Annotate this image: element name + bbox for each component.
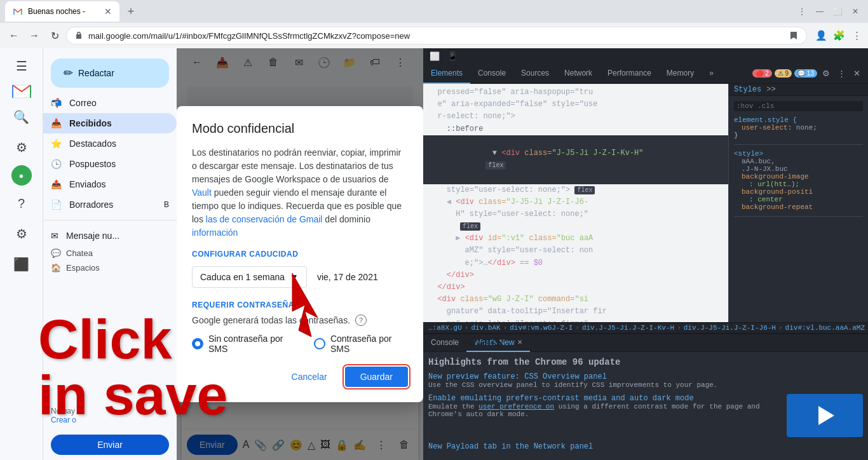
profile-icon[interactable]: 👤: [815, 29, 827, 42]
sidebar-item-destacados[interactable]: ⭐ Destacados: [43, 133, 177, 154]
highlight-link-3[interactable]: New Payload tab in the Network panel: [428, 442, 593, 451]
code-line-10[interactable]: ▶ <div id=":v1" class="buc aaA: [423, 233, 728, 245]
devtools-tab-network[interactable]: Network: [557, 64, 600, 84]
sidebar-item-recibidos[interactable]: 📥 Recibidos: [43, 113, 177, 133]
device-toggle-icon[interactable]: 📱: [446, 50, 459, 62]
youtube-thumbnail[interactable]: [787, 394, 863, 437]
code-line-9[interactable]: flex: [423, 220, 728, 233]
sidebar-item-pospuestos[interactable]: 🕒 Pospuestos: [43, 154, 177, 174]
tab-close-icon[interactable]: ✕: [104, 6, 112, 17]
styles-filter-input[interactable]: [734, 101, 863, 111]
devtools-icon[interactable]: ⋮: [794, 4, 810, 19]
hamburger-menu-icon[interactable]: ☰: [9, 53, 34, 79]
code-line-6[interactable]: style="user-select: none;"> flex: [423, 184, 728, 196]
sidebar-item-borradores[interactable]: 📄 Borradores B: [43, 194, 177, 215]
settings-icon[interactable]: ⚙: [9, 221, 34, 247]
more-button[interactable]: ⋮: [850, 29, 863, 42]
devtools-close-icon[interactable]: ✕: [850, 67, 863, 80]
devtools-tab-more[interactable]: »: [702, 64, 721, 84]
bottom-tab-whatsnew[interactable]: What's New ✕: [466, 334, 530, 352]
devtools-tab-memory[interactable]: Memory: [659, 64, 702, 84]
highlight-link-2[interactable]: Enable emulating prefers-contrast media …: [428, 394, 694, 403]
sidebar-item-enviados[interactable]: 📤 Enviados: [43, 174, 177, 194]
code-line-5[interactable]: ▼ <div class="J-J5-Ji J-Z-I-Kv-H" flex: [423, 135, 728, 184]
config-expiry-label: CONFIGURAR CADUCIDAD: [192, 250, 408, 259]
radio-sms-label: Contraseña por SMS: [330, 334, 408, 354]
help-icon[interactable]: ?: [355, 315, 367, 326]
devtools-bottom-panel: Console What's New ✕ Highlights from the…: [423, 333, 868, 460]
code-line-14[interactable]: </div>: [423, 281, 728, 294]
conservation-link[interactable]: las de conservación de Gmail: [206, 214, 323, 224]
section-chatea[interactable]: 💬 Chatea: [43, 246, 177, 260]
devtools-more-icon[interactable]: ⋮: [835, 67, 848, 80]
devtools-tab-performance[interactable]: Performance: [600, 64, 659, 84]
close-button[interactable]: ✕: [848, 4, 863, 19]
inspect-element-icon[interactable]: ⬜: [428, 50, 441, 62]
refresh-button[interactable]: ↻: [46, 27, 64, 44]
code-line-15[interactable]: <div class="wG J-Z-I" command="si: [423, 294, 728, 306]
account-avatar[interactable]: ●: [11, 165, 32, 186]
style-rule-style-tag: <style> aAA.buc, .J-N-JX.buc background-…: [734, 150, 863, 217]
minimize-button[interactable]: —: [812, 4, 827, 19]
devtools-tab-elements[interactable]: Elements: [423, 64, 470, 84]
devtools-settings-icon[interactable]: ⚙: [820, 67, 832, 80]
forward-button[interactable]: →: [25, 27, 43, 44]
vault-link[interactable]: Vault: [192, 187, 212, 198]
new-tab-button[interactable]: +: [122, 3, 140, 20]
error-count-badge: 🔴 2: [752, 69, 771, 78]
code-line-7[interactable]: ◀ <div class="J-J5-Ji J-Z-I-J6-: [423, 196, 728, 208]
bc-item-4[interactable]: div.J-J5-Ji.J-Z-I-Kv-H: [582, 324, 674, 332]
radio-no-sms[interactable]: Sin contraseña por SMS: [192, 334, 299, 354]
highlight-link-1[interactable]: New preview feature: CSS Overview panel: [428, 372, 607, 381]
back-button[interactable]: ←: [5, 27, 23, 44]
maximize-button[interactable]: ⬜: [830, 4, 845, 19]
expiry-select[interactable]: Caduca en 1 semana ▼: [192, 266, 307, 288]
code-line-1[interactable]: pressed="false" aria-haspopup="tru: [423, 86, 728, 98]
tune-icon[interactable]: ⚙: [9, 135, 34, 160]
cancel-button[interactable]: Cancelar: [281, 367, 337, 387]
bc-item-5[interactable]: div.J-J5-Ji.J-Z-I-J6-H: [684, 324, 776, 332]
code-line-4[interactable]: ::before: [423, 123, 728, 135]
search-icon[interactable]: 🔍: [9, 104, 34, 130]
code-line-12[interactable]: e;">…</div> == $0: [423, 257, 728, 269]
more-info-link[interactable]: información: [192, 227, 238, 238]
code-line-13[interactable]: </div>: [423, 269, 728, 281]
computed-tab[interactable]: >>: [766, 85, 775, 94]
sidebar-item-correo[interactable]: 📬 Correo: [43, 93, 177, 113]
compose-button[interactable]: ✏ Redactar: [51, 58, 169, 88]
bc-item-2[interactable]: div.bAK: [471, 324, 500, 332]
code-line-8[interactable]: H" style="user-select: none;": [423, 208, 728, 220]
radio-sms[interactable]: Contraseña por SMS: [314, 334, 408, 354]
extensions-icon[interactable]: 🧩: [832, 29, 845, 42]
question-icon[interactable]: ?: [9, 191, 34, 216]
bc-item-6[interactable]: div#:vl.buc.aaA.aMZ: [785, 324, 865, 332]
waffle-icon[interactable]: ⬛: [9, 252, 34, 277]
code-line-16[interactable]: gnature" data-tooltip="Insertar fir: [423, 306, 728, 318]
code-line-11[interactable]: aMZ" style="user-select: non: [423, 245, 728, 257]
user-preference-link[interactable]: user preference on: [478, 403, 554, 410]
style-prop-background: background-image: [734, 173, 863, 180]
devtools-tab-console[interactable]: Console: [470, 64, 513, 84]
sidebar-label-pospuestos: Pospuestos: [69, 159, 116, 169]
gmail-sidebar: ☰ 🔍 ⚙ ● ? ⚙ ⬛: [0, 48, 43, 460]
bookmark-icon[interactable]: [789, 30, 799, 41]
section-espacios[interactable]: 🏠 Espacios: [43, 260, 177, 275]
bottom-tab-console[interactable]: Console: [423, 334, 466, 352]
code-line-2[interactable]: e" aria-expanded="false" style="use: [423, 98, 728, 111]
active-tab[interactable]: Buenas noches - ✕: [5, 1, 119, 22]
bc-item-1[interactable]: …:a8X.gU: [428, 324, 462, 332]
devtools-tab-sources[interactable]: Sources: [513, 64, 557, 84]
save-button[interactable]: Guardar: [345, 367, 408, 387]
expiry-row: Caduca en 1 semana ▼ vie, 17 de 2021: [192, 266, 408, 288]
code-line-3[interactable]: r-select: none;">: [423, 111, 728, 123]
sidebar-item-mensaje[interactable]: ✉ Mensaje nu...: [43, 226, 177, 246]
style-rule-element: element.style { user-select: none; }: [734, 116, 863, 145]
styles-tab[interactable]: Styles: [734, 85, 761, 94]
address-bar[interactable]: mail.google.com/mail/u/1/#inbox/FMfcgzGl…: [66, 27, 807, 44]
require-password-label: REQUERIR CONTRASEÑA: [192, 301, 408, 309]
crear-link[interactable]: Crear o: [51, 416, 169, 424]
enviar-button[interactable]: Enviar: [51, 435, 169, 455]
bc-item-3[interactable]: div#:vm.wGJ-Z-I: [510, 324, 573, 332]
whatsnew-close-icon[interactable]: ✕: [517, 339, 522, 346]
highlight-item-3: New Payload tab in the Network panel: [428, 442, 863, 451]
